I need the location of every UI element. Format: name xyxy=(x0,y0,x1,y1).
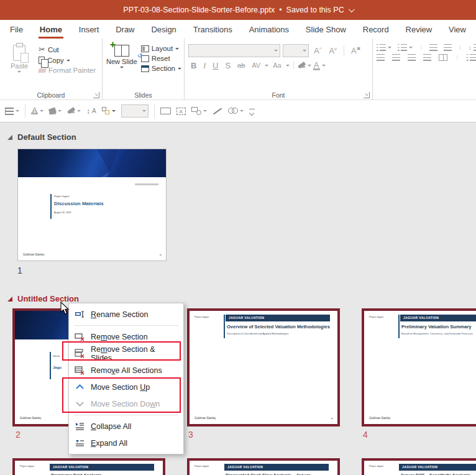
grow-font-button[interactable]: A^ xyxy=(311,46,324,55)
reset-icon xyxy=(141,55,149,62)
collapse-all-icon xyxy=(75,421,85,431)
tab-transitions[interactable]: Transitions xyxy=(190,22,236,37)
menu-item-move-section-down[interactable]: Move Section Down xyxy=(69,395,183,412)
document-title: PPT-03-08-Section-Slide-Sorter-Before.pp… xyxy=(123,6,275,14)
paste-dropdown-icon xyxy=(17,71,21,73)
text-shadow-button[interactable]: S xyxy=(222,61,233,70)
chevron-down-icon[interactable] xyxy=(349,6,355,12)
text-direction-button[interactable]: ↕A xyxy=(86,107,96,116)
tab-animations[interactable]: Animations xyxy=(245,22,293,37)
menu-item-remove-section[interactable]: Remove Section xyxy=(69,328,183,345)
slide1-banner-image xyxy=(18,149,166,177)
tab-insert[interactable]: Insert xyxy=(75,22,103,37)
numbering-button[interactable] xyxy=(398,44,413,51)
section-button[interactable]: Section xyxy=(141,65,181,72)
slide-thumbnail-6[interactable]: Project Jaguar JAGUAR VALUATION Discount… xyxy=(187,458,340,475)
tab-draw[interactable]: Draw xyxy=(112,22,138,37)
font-dialog-launcher-icon[interactable]: ↘ xyxy=(364,92,370,98)
align-center-icon[interactable] xyxy=(392,54,400,61)
tab-home[interactable]: Home xyxy=(36,22,66,37)
layout-button[interactable]: Layout xyxy=(141,45,181,52)
menu-item-remove-all-sections[interactable]: Remove All Sections xyxy=(69,362,183,379)
reset-button[interactable]: Reset xyxy=(141,55,181,62)
section-collapse-icon[interactable] xyxy=(7,135,12,140)
collapse-ribbon-icon[interactable] xyxy=(249,109,255,114)
font-name-combo[interactable] xyxy=(188,44,280,57)
text-box-button[interactable]: A xyxy=(176,108,186,115)
menu-item-label: Collapse All xyxy=(91,422,131,431)
arrange-objects-icon xyxy=(102,107,110,115)
cut-icon: ✂ xyxy=(39,45,45,54)
strikethrough-button[interactable]: ab xyxy=(235,62,247,69)
tab-slide-show[interactable]: Slide Show xyxy=(302,22,350,37)
font-color-button-2[interactable]: A xyxy=(31,108,43,114)
copy-button[interactable]: Copy xyxy=(39,57,96,64)
columns-icon[interactable] xyxy=(439,54,447,61)
font-size-combo[interactable] xyxy=(283,44,309,57)
align-right-icon[interactable] xyxy=(408,54,416,61)
bold-button[interactable]: B xyxy=(188,61,199,70)
cut-button[interactable]: ✂ Cut xyxy=(39,45,96,54)
shape-outline-button[interactable] xyxy=(67,109,81,113)
section-collapse-icon[interactable] xyxy=(7,297,12,302)
menu-item-remove-section-slides[interactable]: Remove Section & Slides xyxy=(69,345,183,362)
paragraph-group-label: Paragraph xyxy=(373,91,476,99)
line-spacing-button[interactable]: ↕ xyxy=(469,44,476,51)
italic-button[interactable]: I xyxy=(201,61,208,70)
size-combo[interactable] xyxy=(121,104,149,118)
align-objects-button[interactable] xyxy=(5,108,19,115)
line-shape-button[interactable] xyxy=(213,108,222,114)
slide-thumbnail-5[interactable]: Project Jaguar JAGUAR VALUATION Premiums… xyxy=(12,458,165,475)
change-case-button[interactable]: Aa xyxy=(270,62,283,69)
justify-icon[interactable] xyxy=(423,54,431,61)
clipboard-dialog-launcher-icon[interactable]: ↘ xyxy=(93,92,99,98)
mouse-cursor xyxy=(60,302,70,315)
underline-button[interactable]: U xyxy=(210,61,221,70)
align-left-icon[interactable] xyxy=(377,54,385,61)
shapes-icon xyxy=(191,107,201,115)
arrange-objects-button[interactable] xyxy=(102,107,116,115)
shrink-font-button[interactable]: Av xyxy=(326,46,339,55)
tab-review[interactable]: Review xyxy=(402,22,436,37)
slide3-banner-label: JAGUAR VALUATION xyxy=(226,315,330,321)
menu-separator xyxy=(74,415,178,415)
tab-file[interactable]: File xyxy=(6,22,27,37)
paste-button[interactable]: Paste xyxy=(4,42,35,90)
save-status[interactable]: Saved to this PC xyxy=(286,6,344,14)
slide4-title: Preliminary Valuation Summary xyxy=(401,324,472,330)
title-dot: • xyxy=(279,6,281,14)
menu-item-collapse-all[interactable]: Collapse All xyxy=(69,418,183,435)
font-color-button[interactable]: A xyxy=(313,60,320,70)
tab-view[interactable]: View xyxy=(445,22,470,37)
menu-item-label: Expand All xyxy=(91,439,127,448)
bullets-button[interactable] xyxy=(377,44,391,51)
convert-smartart-button[interactable] xyxy=(467,54,476,61)
shape-fill-button[interactable] xyxy=(49,108,62,114)
clear-formatting-button[interactable]: A✖ xyxy=(349,46,363,55)
character-spacing-button[interactable]: AV xyxy=(249,62,263,69)
increase-indent-icon[interactable] xyxy=(444,44,452,51)
copy-dropdown-icon xyxy=(66,60,70,62)
format-painter-icon xyxy=(38,68,47,73)
tab-design[interactable]: Design xyxy=(147,22,180,37)
rectangle-shape-button[interactable] xyxy=(160,108,171,114)
menu-item-rename-section[interactable]: Rename Section xyxy=(69,306,183,323)
slide1-title: Discussion Materials xyxy=(54,201,104,206)
decrease-indent-icon[interactable] xyxy=(429,44,437,51)
slide-thumbnail-7[interactable]: Project Jaguar JAGUAR VALUATION Jaguar D… xyxy=(362,458,476,475)
shapes-button[interactable] xyxy=(191,107,207,115)
highlight-button[interactable] xyxy=(298,63,306,68)
tab-record[interactable]: Record xyxy=(359,22,393,37)
slide-number-4: 4 xyxy=(363,430,368,440)
menu-item-label: Remove All Sections xyxy=(91,366,162,375)
clipboard-group: Paste ✂ Cut Copy Format Painter Clipboar… xyxy=(0,39,103,99)
slide-thumbnail-1[interactable]: Project Jaguar Discussion Materials Augu… xyxy=(17,149,167,261)
menu-item-move-section-up[interactable]: Move Section Up xyxy=(69,379,183,395)
menu-item-expand-all[interactable]: Expand All xyxy=(69,435,183,451)
new-slide-icon xyxy=(114,45,129,57)
section-header-default[interactable]: Default Section xyxy=(7,132,76,142)
new-slide-button[interactable]: New Slide xyxy=(106,42,137,90)
merge-shapes-button[interactable] xyxy=(228,108,244,114)
slide-thumbnail-3[interactable]: Project Jaguar JAGUAR VALUATION Overview… xyxy=(187,308,340,427)
slide-thumbnail-4[interactable]: Project Jaguar JAGUAR VALUATION Prelimin… xyxy=(362,308,476,427)
